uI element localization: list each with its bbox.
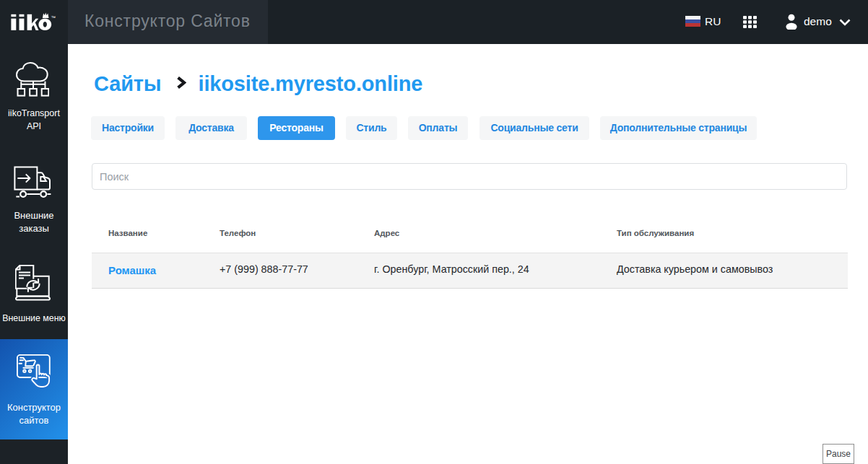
svg-text:™: ™ xyxy=(51,15,56,20)
